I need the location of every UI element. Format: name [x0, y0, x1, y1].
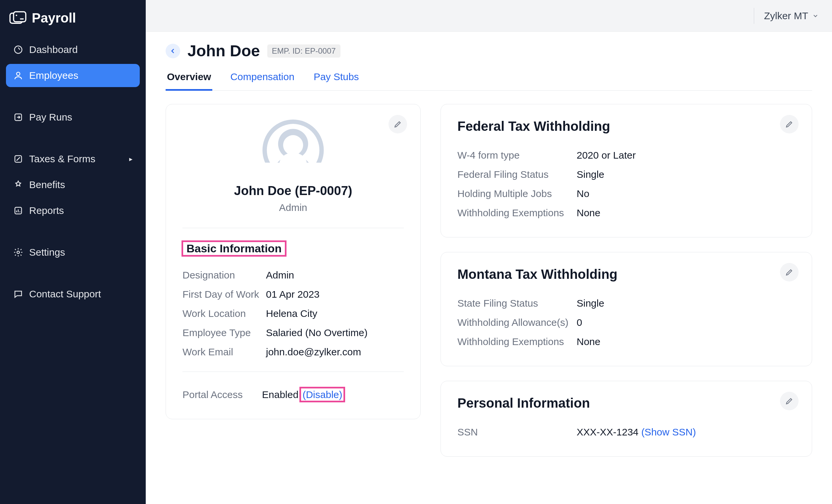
sidebar-item-settings[interactable]: Settings [6, 241, 140, 264]
benefits-icon [13, 180, 23, 190]
ssn-masked: XXX-XX-1234 [577, 426, 639, 437]
org-name: Zylker MT [764, 10, 808, 22]
sidebar-nav: Dashboard Employees Pay Runs Taxes & For… [6, 38, 140, 306]
edit-state-button[interactable] [780, 263, 799, 282]
chevron-right-icon: ▸ [129, 155, 132, 163]
employee-name: John Doe (EP-0007) [182, 184, 404, 198]
sidebar: Payroll Dashboard Employees Pay Runs Tax… [0, 0, 146, 504]
row-work-location: Work Location Helena City [182, 304, 404, 323]
org-switcher[interactable]: Zylker MT [754, 8, 819, 24]
state-tax-card: Montana Tax Withholding State Filing Sta… [441, 252, 812, 366]
sidebar-item-benefits[interactable]: Benefits [6, 173, 140, 196]
divider [182, 228, 404, 228]
value-fed-exempt: None [577, 207, 600, 218]
pencil-icon [785, 120, 794, 129]
basic-info-title: Basic Information [182, 241, 286, 256]
sidebar-item-employees[interactable]: Employees [6, 64, 140, 87]
employees-icon [13, 71, 23, 80]
pencil-icon [393, 120, 402, 129]
sidebar-item-label: Dashboard [29, 44, 78, 55]
label-state-exempt: Withholding Exemptions [458, 336, 577, 347]
label-allowances: Withholding Allowance(s) [458, 317, 577, 328]
value-fed-filing: Single [577, 169, 604, 180]
value-ssn: XXX-XX-1234 (Show SSN) [577, 426, 696, 438]
sidebar-item-dashboard[interactable]: Dashboard [6, 38, 140, 61]
label-work-location: Work Location [182, 308, 266, 319]
federal-tax-card: Federal Tax Withholding W-4 form type202… [441, 104, 812, 237]
pencil-icon [785, 397, 794, 405]
svg-point-2 [16, 15, 17, 16]
label-work-email: Work Email [182, 346, 266, 357]
label-fed-filing: Federal Filing Status [458, 169, 577, 180]
value-state-exempt: None [577, 336, 600, 347]
label-designation: Designation [182, 269, 266, 281]
employee-id-badge: EMP. ID: EP-0007 [267, 44, 340, 58]
sidebar-item-label: Contact Support [29, 288, 101, 300]
sidebar-item-support[interactable]: Contact Support [6, 283, 140, 306]
edit-profile-button[interactable] [389, 115, 407, 133]
sidebar-item-label: Taxes & Forms [29, 153, 95, 165]
svg-rect-1 [14, 11, 26, 22]
value-multi-jobs: No [577, 188, 589, 200]
label-employee-type: Employee Type [182, 327, 266, 339]
row-work-email: Work Email john.doe@zylker.com [182, 342, 404, 362]
sidebar-item-label: Pay Runs [29, 112, 72, 123]
app-logo: Payroll [6, 7, 140, 38]
value-w4: 2020 or Later [577, 150, 635, 161]
employee-role: Admin [182, 202, 404, 213]
edit-personal-button[interactable] [780, 392, 799, 410]
svg-point-3 [15, 46, 22, 54]
chat-icon [13, 289, 23, 299]
sidebar-item-taxes[interactable]: Taxes & Forms ▸ [6, 148, 140, 170]
row-designation: Designation Admin [182, 266, 404, 285]
value-portal-access: Enabled (Disable) [262, 389, 343, 400]
label-fed-exempt: Withholding Exemptions [458, 207, 577, 218]
payruns-icon [13, 112, 23, 122]
sidebar-item-label: Employees [29, 70, 78, 81]
personal-info-card: Personal Information SSN XXX-XX-1234 (Sh… [441, 381, 812, 457]
svg-point-12 [283, 135, 303, 155]
personal-title: Personal Information [458, 396, 795, 410]
svg-point-4 [17, 72, 20, 76]
state-title: Montana Tax Withholding [458, 267, 795, 282]
label-state-filing: State Filing Status [458, 298, 577, 309]
value-employee-type: Salaried (No Overtime) [266, 327, 368, 339]
sidebar-item-payruns[interactable]: Pay Runs [6, 106, 140, 129]
divider [182, 372, 404, 372]
gear-icon [13, 247, 23, 257]
sidebar-item-label: Benefits [29, 179, 65, 190]
dashboard-icon [13, 45, 23, 55]
avatar-placeholder-icon [262, 119, 324, 175]
value-work-location: Helena City [266, 308, 317, 319]
value-work-email: john.doe@zylker.com [266, 346, 361, 357]
label-ssn: SSN [458, 426, 577, 438]
row-ssn: SSN XXX-XX-1234 (Show SSN) [458, 423, 795, 442]
chevron-left-icon [170, 48, 176, 54]
tab-overview[interactable]: Overview [165, 67, 212, 90]
disable-portal-link[interactable]: (Disable) [301, 389, 343, 401]
profile-card: John Doe (EP-0007) Admin Basic Informati… [165, 104, 421, 419]
svg-rect-11 [262, 163, 324, 175]
show-ssn-link[interactable]: (Show SSN) [641, 426, 696, 437]
federal-title: Federal Tax Withholding [458, 119, 795, 134]
back-button[interactable] [165, 44, 180, 58]
row-portal-access: Portal Access Enabled (Disable) [182, 385, 404, 404]
payroll-logo-icon [9, 11, 26, 26]
value-allowances: 0 [577, 317, 582, 328]
sidebar-item-reports[interactable]: Reports [6, 199, 140, 222]
pencil-icon [785, 268, 794, 276]
sidebar-item-label: Reports [29, 205, 64, 216]
value-first-day: 01 Apr 2023 [266, 289, 320, 300]
tab-compensation[interactable]: Compensation [229, 67, 295, 90]
label-multi-jobs: Holding Multiple Jobs [458, 188, 577, 200]
topbar: Zylker MT [146, 0, 832, 32]
app-name: Payroll [32, 10, 76, 26]
label-w4: W-4 form type [458, 150, 577, 161]
value-state-filing: Single [577, 298, 604, 309]
row-employee-type: Employee Type Salaried (No Overtime) [182, 323, 404, 342]
tab-paystubs[interactable]: Pay Stubs [312, 67, 360, 90]
page-title: John Doe [187, 42, 260, 60]
label-portal-access: Portal Access [182, 389, 262, 400]
row-first-day: First Day of Work 01 Apr 2023 [182, 285, 404, 304]
edit-federal-button[interactable] [780, 115, 799, 133]
